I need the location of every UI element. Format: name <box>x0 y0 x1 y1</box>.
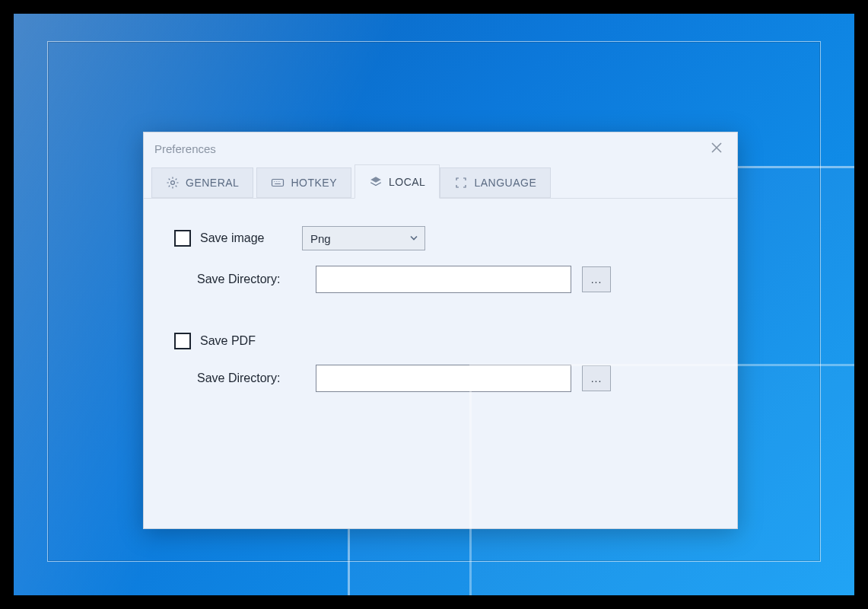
close-icon <box>711 142 722 155</box>
desktop-background: Preferences GENERAL HOTKEY <box>14 14 854 595</box>
browse-label-2: ... <box>591 372 603 384</box>
svg-point-0 <box>171 181 175 185</box>
save-pdf-dir-input[interactable] <box>316 365 571 392</box>
layers-icon <box>369 175 383 189</box>
image-format-select[interactable]: Png <box>302 226 425 250</box>
frame-icon <box>454 176 468 190</box>
save-pdf-checkbox[interactable] <box>174 333 191 349</box>
gear-icon <box>166 176 180 190</box>
save-image-label: Save image <box>200 231 291 245</box>
tab-language[interactable]: LANGUAGE <box>440 167 551 198</box>
chevron-down-icon <box>409 232 418 245</box>
save-pdf-dir-label: Save Directory: <box>197 371 311 385</box>
tab-language-label: LANGUAGE <box>474 177 536 189</box>
image-format-value: Png <box>310 232 331 245</box>
svg-rect-1 <box>272 180 284 187</box>
tab-general[interactable]: GENERAL <box>151 167 253 198</box>
preferences-dialog: Preferences GENERAL HOTKEY <box>143 132 738 529</box>
tab-hotkey[interactable]: HOTKEY <box>256 167 351 198</box>
browse-image-dir-button[interactable]: ... <box>582 266 611 292</box>
save-image-dir-label: Save Directory: <box>197 273 311 286</box>
tab-bar: GENERAL HOTKEY LOCAL LANGUAGE <box>144 164 737 199</box>
tab-local[interactable]: LOCAL <box>355 164 440 199</box>
close-button[interactable] <box>707 139 727 158</box>
save-pdf-dir-row: Save Directory: ... <box>174 365 707 392</box>
browse-pdf-dir-button[interactable]: ... <box>582 365 611 391</box>
save-image-row: Save image Png <box>174 226 707 250</box>
tab-hotkey-label: HOTKEY <box>291 177 337 189</box>
tab-general-label: GENERAL <box>186 177 239 189</box>
save-pdf-label: Save PDF <box>200 334 291 348</box>
save-image-dir-row: Save Directory: ... <box>174 266 707 293</box>
tab-local-label: LOCAL <box>389 176 425 188</box>
save-pdf-row: Save PDF <box>174 333 707 349</box>
keyboard-icon <box>271 176 285 190</box>
save-image-dir-input[interactable] <box>316 266 571 293</box>
tab-pane-local: Save image Png Save Directory: ... Save … <box>144 199 737 435</box>
dialog-title: Preferences <box>154 142 216 155</box>
dialog-titlebar: Preferences <box>144 132 737 164</box>
save-image-checkbox[interactable] <box>174 230 191 247</box>
browse-label: ... <box>591 273 603 285</box>
